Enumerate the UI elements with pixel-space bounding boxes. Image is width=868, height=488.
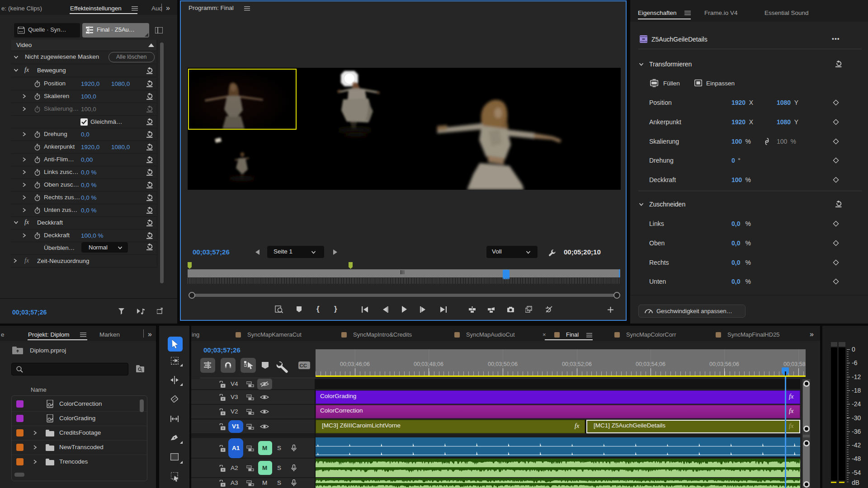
svg-text:CC: CC — [300, 363, 307, 368]
